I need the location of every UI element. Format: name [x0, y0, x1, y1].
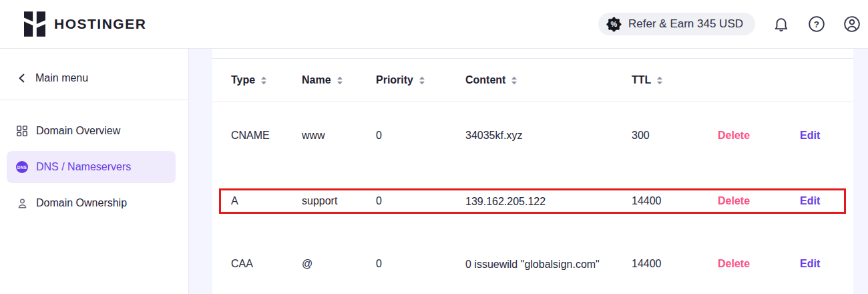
column-header-type[interactable]: Type	[231, 74, 302, 86]
dns-record-row-cname: CNAME www 0 34035kf.xyz 300 Delete Edit	[212, 102, 853, 168]
delete-record-button[interactable]: Delete	[718, 258, 750, 270]
cell-priority: 0	[376, 195, 465, 207]
sidebar-nav: Domain Overview DNS DNS / Nameservers Do…	[0, 115, 188, 219]
cell-name: @	[302, 258, 376, 270]
sort-icon	[337, 76, 343, 85]
sidebar-item-label: Domain Ownership	[36, 197, 127, 209]
sidebar-item-label: DNS / Nameservers	[36, 161, 131, 173]
hostinger-logo-icon	[24, 11, 45, 37]
cell-ttl: 300	[632, 130, 718, 142]
table-header-row: Type Name Priority Content TTL	[212, 59, 853, 102]
refer-earn-label: Refer & Earn 345 USD	[628, 17, 743, 31]
main-menu-back-button[interactable]: Main menu	[0, 49, 188, 100]
chevron-left-icon	[18, 74, 25, 83]
sort-icon	[260, 76, 267, 85]
column-header-priority[interactable]: Priority	[376, 74, 465, 86]
delete-record-button[interactable]: Delete	[718, 130, 750, 142]
cell-name: support	[302, 195, 376, 207]
cell-content: 34035kf.xyz	[465, 126, 604, 144]
cell-content: 139.162.205.122	[465, 192, 604, 210]
dns-record-row-a-highlighted: A support 0 139.162.205.122 14400 Delete…	[212, 168, 853, 234]
column-header-name[interactable]: Name	[302, 74, 376, 86]
topbar: HOSTINGER % Refer & Earn 345 USD	[0, 0, 868, 49]
sort-icon	[419, 76, 425, 85]
cell-priority: 0	[376, 130, 465, 142]
topbar-actions: % Refer & Earn 345 USD ?	[598, 13, 861, 35]
refer-earn-button[interactable]: % Refer & Earn 345 USD	[598, 13, 755, 35]
cell-ttl: 14400	[632, 258, 718, 270]
sidebar-item-domain-overview[interactable]: Domain Overview	[7, 115, 176, 147]
dns-icon: DNS	[16, 161, 28, 173]
sort-icon	[511, 76, 517, 85]
edit-record-button[interactable]: Edit	[800, 195, 820, 207]
cell-content: 0 issuewild "globalsign.com"	[465, 255, 604, 273]
bell-icon	[773, 15, 790, 33]
sidebar-item-domain-ownership[interactable]: Domain Ownership	[7, 187, 176, 219]
sidebar: Main menu Domain Overview DNS DNS / Name…	[0, 49, 189, 294]
svg-text:?: ?	[814, 19, 819, 29]
edit-record-button[interactable]: Edit	[800, 130, 820, 142]
card-top-divider	[212, 49, 853, 59]
table-body: CNAME www 0 34035kf.xyz 300 Delete Edit …	[212, 102, 853, 294]
svg-text:%: %	[611, 20, 618, 28]
cell-type: CAA	[231, 258, 302, 270]
sort-icon	[656, 76, 663, 85]
delete-record-button[interactable]: Delete	[718, 195, 750, 207]
brand-name: HOSTINGER	[54, 16, 146, 32]
cell-priority: 0	[376, 258, 465, 270]
help-icon: ?	[808, 15, 825, 33]
notifications-button[interactable]	[772, 15, 791, 33]
dns-record-row-caa: CAA @ 0 0 issuewild "globalsign.com" 144…	[212, 234, 853, 294]
edit-record-button[interactable]: Edit	[800, 258, 820, 270]
account-icon	[843, 15, 861, 33]
sidebar-item-dns-nameservers[interactable]: DNS DNS / Nameservers	[7, 151, 176, 183]
hostinger-logo[interactable]: HOSTINGER	[24, 11, 146, 37]
grid-icon	[16, 125, 28, 137]
cell-type: A	[231, 195, 302, 207]
main-menu-label: Main menu	[35, 72, 88, 84]
cell-type: CNAME	[231, 130, 302, 142]
dns-records-card: Type Name Priority Content TTL	[212, 49, 853, 294]
column-header-content[interactable]: Content	[465, 74, 632, 86]
main-content: Type Name Priority Content TTL	[190, 49, 868, 294]
sidebar-item-label: Domain Overview	[36, 125, 120, 137]
percent-badge-icon: %	[606, 17, 622, 32]
person-icon	[16, 197, 28, 209]
cell-ttl: 14400	[632, 195, 718, 207]
column-header-ttl[interactable]: TTL	[632, 74, 718, 86]
cell-name: www	[302, 130, 376, 142]
account-button[interactable]	[843, 15, 861, 33]
help-button[interactable]: ?	[807, 15, 826, 33]
